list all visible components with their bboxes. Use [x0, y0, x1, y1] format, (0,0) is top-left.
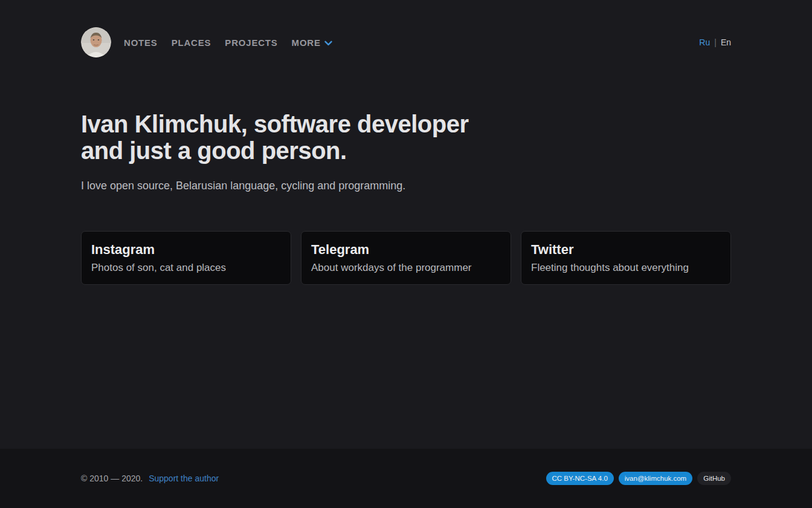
lang-divider: |	[714, 37, 717, 47]
card-description: About workdays of the programmer	[311, 261, 501, 275]
card-description: Photos of son, cat and places	[91, 261, 281, 275]
lang-en-current[interactable]: En	[721, 37, 731, 47]
github-badge[interactable]: GitHub	[697, 472, 731, 486]
lang-ru-link[interactable]: Ru	[699, 37, 710, 47]
card-title: Twitter	[531, 242, 721, 258]
language-switcher: Ru | En	[699, 37, 731, 47]
header-left: NOTES PLACES PROJECTS MORE	[81, 27, 332, 57]
page-title: Ivan Klimchuk, software developer and ju…	[81, 111, 504, 164]
card-twitter[interactable]: Twitter Fleeting thoughts about everythi…	[521, 231, 731, 285]
footer-badges: CC BY-NC-SA 4.0 ivan@klimchuk.com GitHub	[546, 472, 731, 486]
nav-item-more-label: MORE	[292, 38, 321, 47]
support-author-link[interactable]: Support the author	[149, 474, 219, 483]
hero-section: Ivan Klimchuk, software developer and ju…	[81, 111, 731, 192]
main-area: NOTES PLACES PROJECTS MORE	[0, 0, 812, 449]
card-description: Fleeting thoughts about everything	[531, 261, 721, 275]
avatar-portrait-image	[81, 27, 111, 57]
header: NOTES PLACES PROJECTS MORE	[81, 0, 731, 57]
footer: © 2010 — 2020. Support the author CC BY-…	[0, 449, 812, 508]
social-cards: Instagram Photos of son, cat and places …	[81, 231, 731, 285]
footer-copyright-area: © 2010 — 2020. Support the author	[81, 474, 219, 483]
card-instagram[interactable]: Instagram Photos of son, cat and places	[81, 231, 291, 285]
chevron-down-icon	[324, 38, 332, 47]
email-badge[interactable]: ivan@klimchuk.com	[619, 472, 692, 486]
nav-item-projects[interactable]: PROJECTS	[225, 38, 277, 47]
nav-item-places[interactable]: PLACES	[172, 38, 211, 47]
page: NOTES PLACES PROJECTS MORE	[0, 0, 812, 508]
card-title: Telegram	[311, 242, 501, 258]
main-nav: NOTES PLACES PROJECTS MORE	[124, 37, 332, 47]
nav-item-notes[interactable]: NOTES	[124, 38, 158, 47]
copyright-text: © 2010 — 2020.	[81, 474, 143, 483]
avatar[interactable]	[81, 27, 111, 57]
nav-item-more[interactable]: MORE	[292, 37, 332, 47]
card-title: Instagram	[91, 242, 281, 258]
license-badge[interactable]: CC BY-NC-SA 4.0	[546, 472, 614, 486]
page-subtitle: I love open source, Belarusian language,…	[81, 180, 731, 192]
card-telegram[interactable]: Telegram About workdays of the programme…	[301, 231, 511, 285]
